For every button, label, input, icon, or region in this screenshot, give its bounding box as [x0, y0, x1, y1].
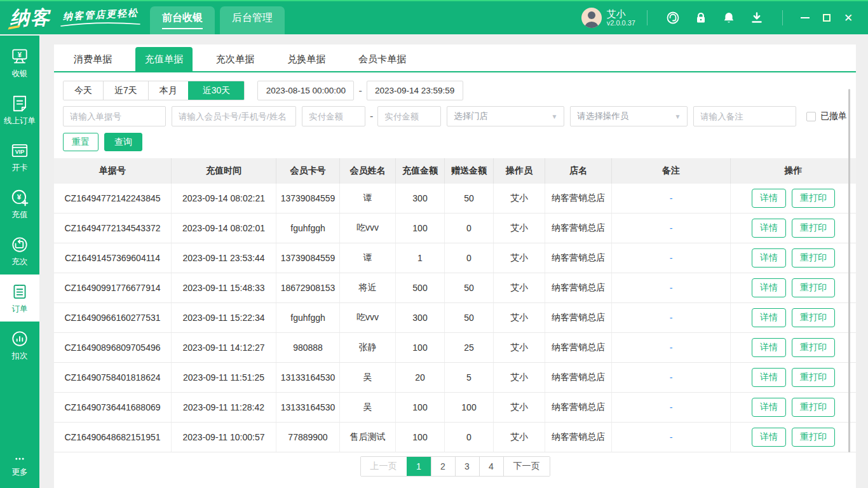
reprint-button[interactable]: 重打印: [792, 248, 835, 268]
cell-remark: -: [612, 303, 731, 332]
cell-store: 纳客营销总店: [545, 423, 612, 452]
cell-bonus: 0: [445, 423, 494, 452]
cell-card-no: 77889900: [276, 423, 340, 452]
cell-operator: 艾小: [494, 303, 545, 332]
cell-actions: 详情 重打印: [731, 214, 856, 243]
detail-button[interactable]: 详情: [752, 428, 786, 447]
sidebar-item-recharge-times[interactable]: 充次: [0, 227, 39, 274]
document-tabs: 消费单据 充值单据 充次单据 兑换单据 会员卡单据: [54, 44, 856, 72]
cell-time: 2023-09-14 08:02:21: [172, 184, 276, 213]
cell-remark: -: [612, 333, 731, 362]
amount-max-input[interactable]: [377, 106, 441, 126]
minimize-icon: [801, 17, 810, 18]
cell-bonus: 0: [445, 214, 494, 243]
next-page-button[interactable]: 下一页: [503, 457, 550, 476]
page-2-button[interactable]: 2: [431, 457, 455, 476]
cell-bonus: 25: [445, 333, 494, 362]
maximize-button[interactable]: [816, 8, 837, 27]
nav-tab-front-cashier[interactable]: 前台收银: [150, 6, 215, 34]
cell-operator: 艾小: [494, 214, 545, 243]
reprint-button[interactable]: 重打印: [792, 308, 835, 327]
cell-operator: 艾小: [494, 423, 545, 452]
search-button[interactable]: 查询: [104, 133, 142, 151]
reprint-button[interactable]: 重打印: [792, 219, 835, 238]
detail-button[interactable]: 详情: [752, 248, 786, 268]
minimize-button[interactable]: [794, 8, 816, 27]
lock-icon[interactable]: [694, 11, 708, 25]
close-button[interactable]: ✕: [837, 8, 859, 27]
date-to-input[interactable]: 2023-09-14 23:59:59: [367, 81, 463, 100]
cash-register-icon: ¥: [10, 47, 29, 66]
page-3-button[interactable]: 3: [455, 457, 479, 476]
cell-store: 纳客营销总店: [545, 303, 612, 332]
detail-button[interactable]: 详情: [752, 308, 786, 327]
detail-button[interactable]: 详情: [752, 368, 786, 387]
revoked-checkbox-group[interactable]: 已撤单: [806, 111, 848, 122]
cell-bonus: 100: [445, 393, 494, 422]
page-1-button[interactable]: 1: [407, 457, 431, 476]
sidebar-item-orders[interactable]: 订单: [0, 274, 39, 322]
detail-button[interactable]: 详情: [752, 278, 786, 297]
detail-button[interactable]: 详情: [752, 398, 786, 417]
tab-exchange-orders[interactable]: 兑换单据: [278, 47, 335, 71]
sidebar-item-more[interactable]: 更多: [0, 446, 39, 484]
cell-order-no: CZ16490991776677914: [54, 273, 172, 302]
cell-order-no: CZ16490648682151951: [54, 423, 172, 452]
cell-bonus: 50: [445, 303, 494, 332]
vip-card-icon: VIP: [10, 141, 29, 160]
deduct-times-icon: [10, 329, 29, 348]
prev-page-button[interactable]: 上一页: [361, 457, 407, 476]
quick-30days-button[interactable]: 近30天: [188, 81, 245, 100]
reprint-button[interactable]: 重打印: [792, 338, 835, 357]
reset-button[interactable]: 重置: [63, 133, 98, 151]
member-search-input[interactable]: [172, 106, 296, 126]
remark-input[interactable]: [693, 106, 796, 126]
sidebar-item-open-card[interactable]: VIP 开卡: [0, 133, 39, 180]
sidebar-item-recharge[interactable]: ¥ 充值: [0, 180, 39, 227]
quick-month-button[interactable]: 本月: [148, 81, 188, 100]
divider: [782, 10, 783, 25]
sidebar-item-cashier[interactable]: ¥ 收银: [0, 39, 39, 86]
quick-today-button[interactable]: 今天: [64, 81, 103, 100]
date-range-separator: -: [358, 85, 362, 97]
detail-button[interactable]: 详情: [752, 338, 786, 357]
reprint-button[interactable]: 重打印: [792, 189, 835, 208]
tab-recharge-orders[interactable]: 充值单据: [135, 47, 193, 71]
date-filter-row: 今天 近7天 本月 近30天 2023-08-15 00:00:00 - 202…: [63, 81, 848, 100]
order-no-input[interactable]: [63, 106, 166, 126]
date-from-input[interactable]: 2023-08-15 00:00:00: [257, 81, 354, 100]
revoked-checkbox[interactable]: [806, 112, 816, 121]
content-card: 消费单据 充值单据 充次单据 兑换单据 会员卡单据 今天 近7天 本月 近30天…: [54, 44, 856, 488]
store-select[interactable]: 选择门店 ▼: [447, 106, 564, 126]
maximize-icon: [823, 14, 831, 22]
tab-consume-orders[interactable]: 消费单据: [64, 47, 121, 71]
tab-recharge-times-orders[interactable]: 充次单据: [207, 47, 264, 71]
operator-select[interactable]: 请选择操作员 ▼: [570, 106, 688, 126]
reprint-button[interactable]: 重打印: [792, 398, 835, 417]
support-icon[interactable]: [666, 11, 680, 25]
user-avatar[interactable]: [581, 8, 602, 28]
svg-text:VIP: VIP: [15, 149, 25, 155]
cell-amount: 1: [396, 243, 445, 273]
col-actions: 操作: [731, 158, 856, 184]
page-4-button[interactable]: 4: [479, 457, 503, 476]
sidebar-item-deduct-times[interactable]: 扣次: [0, 322, 39, 369]
reprint-button[interactable]: 重打印: [792, 368, 835, 387]
vertical-scrollbar[interactable]: [848, 89, 850, 452]
table-row: CZ16494772134543372 2023-09-14 08:02:01 …: [54, 214, 856, 243]
detail-button[interactable]: 详情: [752, 189, 786, 208]
bell-icon[interactable]: [722, 11, 736, 25]
cell-amount: 100: [396, 393, 445, 422]
detail-button[interactable]: 详情: [752, 219, 786, 238]
sidebar-item-online-orders[interactable]: 线上订单: [0, 86, 39, 133]
close-icon: ✕: [844, 13, 853, 24]
tab-member-card-orders[interactable]: 会员卡单据: [349, 47, 416, 71]
nav-tab-backend-manage[interactable]: 后台管理: [220, 6, 285, 34]
quick-7days-button[interactable]: 近7天: [103, 81, 148, 100]
amount-min-input[interactable]: [302, 106, 365, 126]
cell-amount: 300: [396, 303, 445, 332]
download-icon[interactable]: [750, 11, 764, 25]
cell-order-no: CZ16491457369604114: [54, 243, 172, 273]
reprint-button[interactable]: 重打印: [792, 278, 835, 297]
reprint-button[interactable]: 重打印: [792, 428, 835, 447]
